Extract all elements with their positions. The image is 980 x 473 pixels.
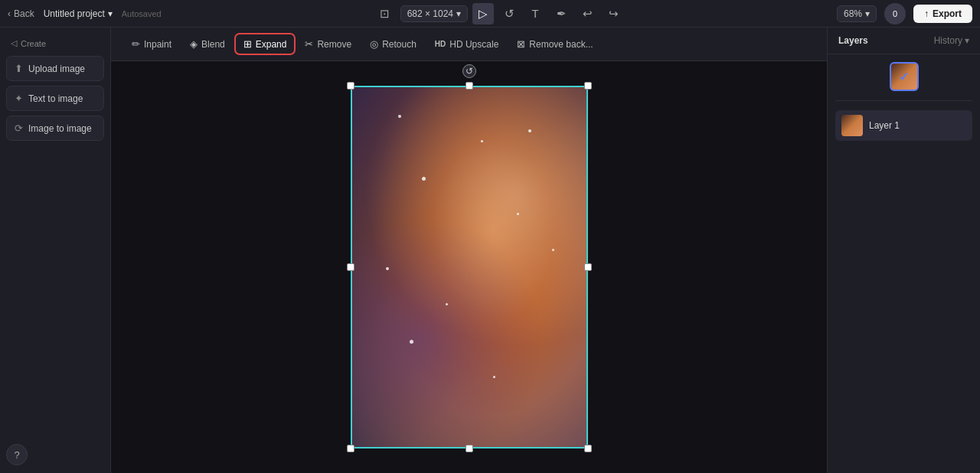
- project-name-btn[interactable]: Untitled project ▾: [44, 8, 113, 19]
- history-tab[interactable]: History ▾: [934, 35, 969, 46]
- refresh-button[interactable]: ↺: [498, 3, 520, 24]
- autosaved-status: Autosaved: [122, 9, 162, 18]
- sidebar-arrow-icon: ◁: [11, 38, 17, 48]
- text-to-image-label: Text to image: [28, 93, 83, 104]
- layers-tab[interactable]: Layers: [838, 35, 868, 46]
- back-button[interactable]: ‹ Back: [8, 8, 34, 19]
- layer-1-name: Layer 1: [869, 120, 900, 131]
- upload-image-button[interactable]: ⬆ Upload image: [6, 56, 104, 81]
- chevron-down-icon-history: ▾: [965, 35, 969, 46]
- image-to-image-label: Image to image: [28, 123, 92, 134]
- resize-handle-bc[interactable]: [466, 445, 473, 452]
- chevron-down-icon-zoom: ▾: [865, 8, 870, 19]
- sidebar-section-title: ◁ Create: [6, 35, 104, 51]
- notification-count: 0: [893, 9, 897, 18]
- zoom-button[interactable]: 68% ▾: [837, 5, 877, 22]
- resize-handle-br[interactable]: [584, 445, 592, 452]
- layer-1-row[interactable]: Layer 1: [835, 110, 972, 141]
- text-to-image-button[interactable]: ✦ Text to image: [6, 86, 104, 111]
- resize-handle-mr[interactable]: [584, 263, 592, 271]
- resize-handle-ml[interactable]: [347, 263, 354, 271]
- ai-toolbar: ✏ Inpaint ◈ Blend ⊞ Expand ✂ Remove ◎ Re…: [111, 28, 827, 61]
- inpaint-button[interactable]: ✏ Inpaint: [123, 34, 180, 54]
- expand-icon: ⊞: [243, 38, 252, 50]
- retouch-icon: ◎: [370, 38, 378, 50]
- fit-screen-button[interactable]: ⊡: [374, 3, 396, 24]
- expand-button[interactable]: ⊞ Expand: [235, 34, 296, 54]
- panel-header: Layers History ▾: [828, 28, 980, 54]
- canvas-image: [351, 86, 588, 449]
- image-to-image-button[interactable]: ⟳ Image to image: [6, 116, 104, 141]
- canvas-area: ✏ Inpaint ◈ Blend ⊞ Expand ✂ Remove ◎ Re…: [111, 28, 827, 473]
- remove-label: Remove: [317, 39, 351, 50]
- remove-icon: ✂: [305, 38, 313, 50]
- retouch-label: Retouch: [382, 39, 416, 50]
- panel-content: Layer 1: [828, 54, 980, 473]
- help-button[interactable]: ?: [6, 444, 28, 465]
- sidebar-footer: ?: [6, 444, 104, 465]
- top-bar-center: ⊡ 682 × 1024 ▾ ▷ ↺ T ✒ ↩ ↪: [171, 3, 828, 24]
- remove-background-button[interactable]: ⊠ Remove back...: [508, 34, 601, 54]
- canvas-image-container[interactable]: ↺: [351, 86, 588, 449]
- upload-image-label: Upload image: [28, 64, 85, 74]
- canvas-size-label: 682 × 1024: [407, 8, 453, 19]
- hd-upscale-label: HD Upscale: [449, 39, 498, 50]
- resize-handle-tc[interactable]: [466, 82, 473, 90]
- hd-icon: HD: [435, 40, 446, 48]
- export-icon: ↑: [924, 8, 929, 19]
- text-tool-button[interactable]: T: [524, 3, 546, 24]
- inpaint-icon: ✏: [132, 38, 140, 50]
- upload-icon: ⬆: [15, 63, 23, 74]
- blend-button[interactable]: ◈ Blend: [181, 34, 234, 54]
- right-panel: Layers History ▾ Layer 1: [827, 28, 980, 473]
- blend-label: Blend: [201, 39, 225, 50]
- layer-1-small-thumbnail: [841, 115, 863, 136]
- back-label: Back: [14, 8, 34, 19]
- blend-icon: ◈: [190, 38, 198, 50]
- expand-label: Expand: [256, 39, 287, 50]
- top-bar-right: 68% ▾ 0 ↑ Export: [837, 3, 972, 24]
- panel-divider: [835, 100, 972, 101]
- project-title: Untitled project: [44, 8, 105, 19]
- rotate-handle[interactable]: ↺: [462, 64, 476, 78]
- retouch-button[interactable]: ◎ Retouch: [361, 34, 425, 54]
- remove-background-label: Remove back...: [529, 39, 593, 50]
- notification-button[interactable]: 0: [884, 3, 906, 24]
- remove-bg-icon: ⊠: [517, 38, 525, 50]
- export-label: Export: [933, 8, 962, 19]
- canvas-wrapper[interactable]: ↺: [111, 61, 827, 473]
- back-arrow-icon: ‹: [8, 8, 11, 19]
- chevron-down-icon-size: ▾: [456, 8, 461, 19]
- export-button[interactable]: ↑ Export: [913, 5, 972, 23]
- create-label: Create: [21, 39, 46, 48]
- left-sidebar: ◁ Create ⬆ Upload image ✦ Text to image …: [0, 28, 111, 473]
- redo-button[interactable]: ↪: [603, 3, 624, 24]
- resize-handle-bl[interactable]: [347, 445, 354, 452]
- main-layout: ◁ Create ⬆ Upload image ✦ Text to image …: [0, 28, 980, 473]
- inpaint-label: Inpaint: [144, 39, 172, 50]
- zoom-label: 68%: [844, 8, 862, 19]
- undo-button[interactable]: ↩: [577, 3, 598, 24]
- canvas-size-button[interactable]: 682 × 1024 ▾: [400, 5, 468, 22]
- top-bar: ‹ Back Untitled project ▾ Autosaved ⊡ 68…: [0, 0, 980, 28]
- select-tool-button[interactable]: ▷: [472, 3, 494, 24]
- layer-1-thumbnail-selected[interactable]: [890, 62, 919, 91]
- image-to-image-icon: ⟳: [15, 122, 23, 134]
- hd-upscale-button[interactable]: HD HD Upscale: [426, 34, 507, 54]
- text-to-image-icon: ✦: [15, 93, 23, 104]
- resize-handle-tr[interactable]: [584, 82, 592, 90]
- chevron-down-icon: ▾: [108, 8, 113, 19]
- pen-tool-button[interactable]: ✒: [550, 3, 572, 24]
- remove-button[interactable]: ✂ Remove: [296, 34, 360, 54]
- resize-handle-tl[interactable]: [347, 82, 354, 90]
